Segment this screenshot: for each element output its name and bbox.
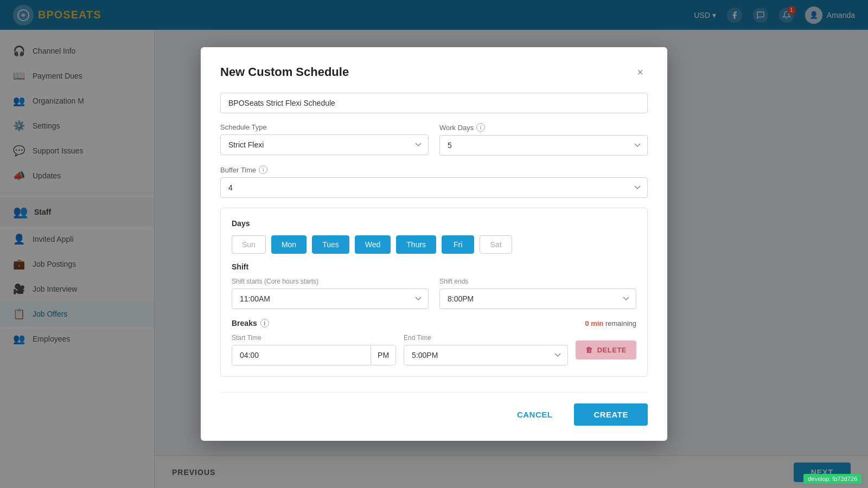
modal-close-button[interactable]: × <box>633 65 648 80</box>
break-end-label: End Time <box>404 334 568 342</box>
breaks-header: Breaks i 0 min remaining <box>232 319 636 328</box>
shift-start-label: Shift starts (Core hours starts) <box>232 278 429 285</box>
modal-footer: CANCEL CREATE <box>220 392 648 426</box>
shift-end-select[interactable]: 8:00PM 4:00PM5:00PM6:00PM7:00PM9:00PM <box>439 288 636 309</box>
buffer-time-info-icon[interactable]: i <box>259 165 267 174</box>
schedule-type-select[interactable]: Strict Flexi Flexible Fixed <box>220 134 429 155</box>
buffer-time-group: Buffer Time i 4 1235678 <box>220 165 648 198</box>
buffer-time-label: Buffer Time i <box>220 165 648 174</box>
breaks-row: Start Time PM AM End Time 5:00PM 4:00PM4… <box>232 334 636 365</box>
breaks-info-icon[interactable]: i <box>260 319 269 328</box>
day-button-mon[interactable]: Mon <box>271 235 307 254</box>
break-start-group: Start Time PM AM <box>232 334 396 365</box>
shift-end-label: Shift ends <box>439 278 636 285</box>
day-button-wed[interactable]: Wed <box>355 235 391 254</box>
day-button-sat[interactable]: Sat <box>480 235 512 254</box>
new-custom-schedule-modal: New Custom Schedule × Schedule Type Stri… <box>201 47 667 441</box>
work-days-select[interactable]: 5 123467 <box>439 135 648 156</box>
days-row: Sun Mon Tues Wed Thurs Fri Sat <box>232 235 636 254</box>
shift-label: Shift <box>232 262 636 271</box>
break-start-time-field[interactable] <box>232 345 371 365</box>
dev-badge: develop: fb73d726 <box>803 474 861 484</box>
day-button-tues[interactable]: Tues <box>312 235 349 254</box>
break-end-select[interactable]: 5:00PM 4:00PM4:30PM5:30PM6:00PM <box>404 345 568 365</box>
shift-start-group: Shift starts (Core hours starts) 11:00AM… <box>232 278 429 309</box>
trash-icon: 🗑 <box>585 346 593 354</box>
break-start-ampm-select[interactable]: PM AM <box>371 345 395 365</box>
break-start-label: Start Time <box>232 334 396 342</box>
break-end-group: End Time 5:00PM 4:00PM4:30PM5:30PM6:00PM <box>404 334 568 365</box>
schedule-name-input[interactable] <box>220 93 648 113</box>
schedule-type-label: Schedule Type <box>220 123 429 131</box>
work-days-info-icon[interactable]: i <box>476 123 485 132</box>
modal-header: New Custom Schedule × <box>220 65 648 80</box>
break-start-input-wrapper: PM AM <box>232 345 396 365</box>
modal-title: New Custom Schedule <box>220 65 349 79</box>
work-days-label: Work Days i <box>439 123 648 132</box>
days-section: Days Sun Mon Tues Wed Thurs Fri Sat Shif… <box>220 208 648 377</box>
schedule-type-workdays-row: Schedule Type Strict Flexi Flexible Fixe… <box>220 123 648 156</box>
schedule-type-group: Schedule Type Strict Flexi Flexible Fixe… <box>220 123 429 156</box>
shift-end-group: Shift ends 8:00PM 4:00PM5:00PM6:00PM7:00… <box>439 278 636 309</box>
breaks-label: Breaks i <box>232 319 269 328</box>
buffer-time-select[interactable]: 4 1235678 <box>220 177 648 198</box>
shift-start-select[interactable]: 11:00AM 6:00AM7:00AM8:00AM9:00AM10:00AM1… <box>232 288 429 309</box>
shift-row: Shift starts (Core hours starts) 11:00AM… <box>232 278 636 309</box>
create-button[interactable]: CREATE <box>574 403 648 426</box>
day-button-sun[interactable]: Sun <box>232 235 266 254</box>
breaks-remaining: 0 min remaining <box>585 319 636 328</box>
delete-break-button[interactable]: 🗑 DELETE <box>576 341 636 359</box>
day-button-fri[interactable]: Fri <box>442 235 474 254</box>
cancel-button[interactable]: CANCEL <box>502 403 568 426</box>
work-days-group: Work Days i 5 123467 <box>439 123 648 156</box>
day-button-thurs[interactable]: Thurs <box>396 235 436 254</box>
days-label: Days <box>232 219 636 228</box>
